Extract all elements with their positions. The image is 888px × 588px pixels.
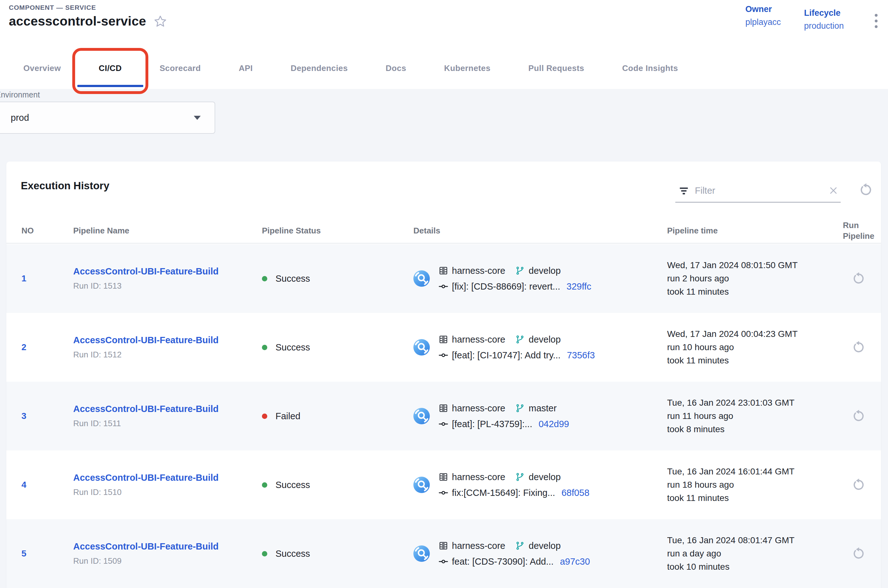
pipeline-time-ago: run a day ago [667, 547, 836, 560]
tab-api[interactable]: API [239, 47, 253, 89]
branch-name: develop [529, 541, 561, 551]
commit-hash-link[interactable]: 7356f3 [567, 350, 595, 360]
pipeline-time-ago: run 11 hours ago [667, 410, 836, 423]
ci-pipeline-icon [413, 339, 430, 356]
pipeline-time-gmt: Wed, 17 Jan 2024 08:01:50 GMT [667, 259, 836, 272]
status-text: Failed [275, 411, 301, 422]
col-header-details: Details [413, 225, 667, 236]
run-pipeline-button[interactable] [851, 271, 866, 286]
commit-hash-link[interactable]: 042d99 [539, 419, 569, 429]
status-text: Success [275, 342, 310, 352]
execution-history-card: Execution History NO Pipeline Name Pipel… [6, 162, 881, 588]
table-header: NO Pipeline Name Pipeline Status Details… [6, 218, 881, 243]
tab-kubernetes[interactable]: Kubernetes [444, 47, 490, 89]
table-row: 1 AccessControl-UBI-Feature-Build Run ID… [6, 244, 881, 313]
run-id: Run ID: 1510 [73, 488, 260, 497]
owner-label: Owner [745, 4, 781, 14]
repo-name: harness-core [452, 266, 505, 276]
git-branch-icon [515, 335, 525, 344]
favorite-star-icon[interactable] [153, 14, 168, 29]
col-header-pipeline-status: Pipeline Status [260, 225, 413, 236]
tab-cicd-label: CI/CD [99, 63, 122, 73]
top-header: COMPONENT — SERVICE accesscontrol-servic… [0, 0, 888, 89]
pipeline-time-took: took 11 minutes [667, 492, 836, 505]
chevron-down-icon [194, 116, 201, 120]
environment-value: prod [11, 112, 194, 123]
branch-name: develop [529, 472, 561, 482]
environment-label: Environment [0, 90, 40, 99]
status-text: Success [275, 549, 310, 559]
git-commit-icon [439, 557, 448, 566]
commit-message: [feat]: [PL-43759]:... [452, 419, 532, 429]
pipeline-time-ago: run 10 hours ago [667, 340, 836, 354]
status-dot [262, 482, 267, 488]
pipeline-name-link[interactable]: AccessControl-UBI-Feature-Build [73, 404, 219, 414]
commit-hash-link[interactable]: a97c30 [560, 556, 590, 567]
commit-hash-link[interactable]: 329ffc [566, 281, 591, 292]
table-row: 3 AccessControl-UBI-Feature-Build Run ID… [6, 382, 881, 450]
repository-icon [439, 541, 448, 550]
pipeline-time-ago: run 18 hours ago [667, 478, 836, 492]
ci-pipeline-icon [413, 545, 430, 562]
pipeline-time-ago: run 2 hours ago [667, 272, 836, 285]
run-id: Run ID: 1513 [73, 281, 260, 291]
row-number: 4 [21, 480, 27, 490]
row-number: 3 [21, 411, 27, 421]
run-pipeline-button[interactable] [851, 409, 866, 423]
run-id: Run ID: 1509 [73, 556, 260, 566]
pipeline-name-link[interactable]: AccessControl-UBI-Feature-Build [73, 266, 219, 277]
table-row: 5 AccessControl-UBI-Feature-Build Run ID… [6, 519, 881, 588]
run-pipeline-button[interactable] [851, 478, 866, 492]
tab-code-insights[interactable]: Code Insights [622, 47, 678, 89]
tab-overview[interactable]: Overview [23, 47, 61, 89]
tab-dependencies[interactable]: Dependencies [291, 47, 348, 89]
page-title: accesscontrol-service [9, 14, 146, 29]
run-pipeline-button[interactable] [851, 340, 866, 355]
owner-link[interactable]: plplayacc [745, 17, 781, 27]
git-branch-icon [515, 266, 525, 275]
kebab-menu-icon[interactable] [868, 11, 883, 31]
tab-pull-requests[interactable]: Pull Requests [528, 47, 584, 89]
run-pipeline-button[interactable] [851, 546, 866, 561]
commit-message: feat: [CDS-73090]: Add... [452, 556, 553, 567]
pipeline-name-link[interactable]: AccessControl-UBI-Feature-Build [73, 542, 219, 552]
table-row: 4 AccessControl-UBI-Feature-Build Run ID… [6, 450, 881, 519]
refresh-icon[interactable] [858, 182, 873, 198]
pipeline-name-link[interactable]: AccessControl-UBI-Feature-Build [73, 335, 219, 345]
status-dot [262, 276, 267, 281]
git-commit-icon [439, 488, 448, 498]
pipeline-time-gmt: Tue, 16 Jan 2024 08:01:47 GMT [667, 534, 836, 547]
col-header-no: NO [6, 225, 73, 236]
pipeline-time-took: took 11 minutes [667, 354, 836, 367]
git-commit-icon [439, 282, 448, 291]
repository-icon [439, 472, 448, 482]
row-number: 2 [21, 342, 27, 352]
environment-select[interactable]: prod [0, 102, 215, 134]
ci-pipeline-icon [413, 408, 430, 424]
tab-docs[interactable]: Docs [386, 47, 406, 89]
commit-hash-link[interactable]: 68f058 [561, 488, 589, 498]
branch-name: develop [529, 334, 561, 345]
git-branch-icon [515, 404, 525, 413]
pipeline-time-took: took 11 minutes [667, 285, 836, 298]
status-dot [262, 345, 267, 350]
commit-message: [fix]: [CDS-88669]: revert... [452, 281, 560, 292]
commit-message: [feat]: [CI-10747]: Add try... [452, 350, 560, 360]
repo-name: harness-core [452, 541, 505, 551]
ci-pipeline-icon [413, 270, 430, 287]
tab-scorecard[interactable]: Scorecard [160, 47, 201, 89]
repo-name: harness-core [452, 334, 505, 345]
row-number: 5 [21, 549, 27, 558]
repository-icon [439, 335, 448, 344]
status-text: Success [275, 273, 310, 284]
owner-meta: Owner plplayacc [745, 4, 781, 27]
status-dot [262, 414, 267, 419]
pipeline-name-link[interactable]: AccessControl-UBI-Feature-Build [73, 472, 219, 483]
entity-kicker: COMPONENT — SERVICE [9, 4, 96, 11]
filter-box [675, 179, 841, 202]
pipeline-time-gmt: Tue, 16 Jan 2024 16:01:44 GMT [667, 465, 836, 478]
filter-input[interactable] [695, 186, 823, 196]
git-branch-icon [515, 472, 525, 482]
clear-filter-icon[interactable] [829, 186, 838, 195]
tab-cicd[interactable]: CI/CD [99, 47, 122, 89]
